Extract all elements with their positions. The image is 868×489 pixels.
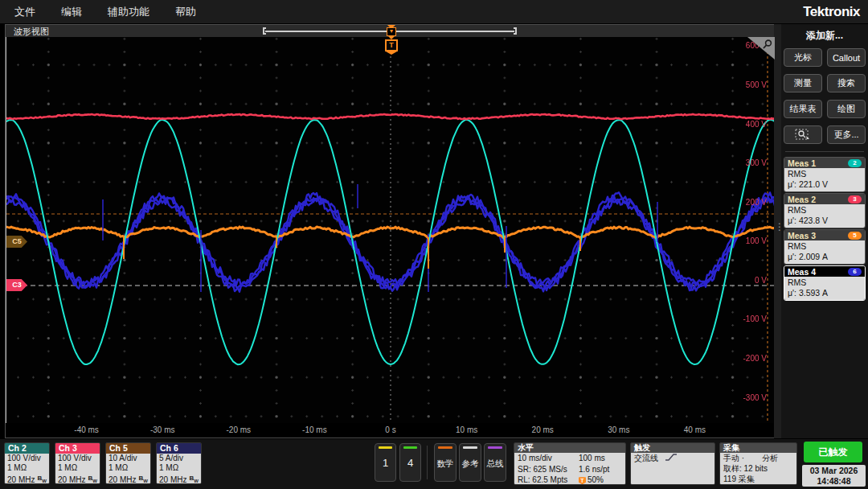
x-tick-label: -10 ms	[302, 425, 327, 434]
channel-bandwidth: 20 MHz	[108, 475, 136, 484]
menu-file[interactable]: 文件	[14, 5, 35, 19]
channel-badge-ch3[interactable]: Ch 3 100 V/div 1 MΩ 20 MHzBW	[55, 442, 100, 484]
horizontal-panel[interactable]: 水平 10 ms/div 100 ms SR: 625 MS/s 1.6 ns/…	[514, 442, 626, 485]
x-tick-label: -20 ms	[227, 425, 252, 434]
right-sidebar: 添加新... 光标 Callout 测量 搜索 结果表 绘图 更多... Mea…	[781, 24, 868, 438]
trigger-panel[interactable]: 触发 交流线	[630, 442, 715, 485]
channel-badge-ch6[interactable]: Ch 6 5 A/div 1 MΩ 20 MHzBW	[156, 442, 202, 484]
channel-1-color-stripe	[379, 446, 392, 449]
triggered-status-badge: 已触发	[804, 442, 862, 462]
magnifier-icon	[762, 39, 773, 50]
acquisition-sample-bits: 取样: 12 bits	[723, 463, 793, 474]
date-text: 03 Mar 2026	[802, 466, 866, 476]
source-channel-badge: 5	[848, 232, 862, 240]
math-label: 数学	[435, 458, 456, 470]
search-button[interactable]: 搜索	[827, 74, 866, 92]
measurement-badge-meas3[interactable]: Meas 3 5 RMS μ': 2.009 A	[784, 229, 866, 265]
channel-4-button[interactable]: 4	[399, 443, 421, 482]
graticule-area[interactable]: C5 C3 600 V500 V400 V300 V200 V100 V0 V-…	[6, 37, 776, 423]
horizontal-window: 100 ms	[579, 453, 622, 464]
x-axis-labels: -40 ms-30 ms-20 ms-10 ms0 s10 ms20 ms30 …	[6, 423, 775, 438]
acquisition-count: 119 采集	[723, 474, 793, 484]
x-tick-label: 0 s	[385, 425, 395, 434]
channel-scale: 100 V/div	[58, 454, 97, 463]
date-time-display: 03 Mar 2026 14:48:48	[802, 465, 866, 487]
app-root: 文件 编辑 辅助功能 帮助 Tektronix 波形视图 C5 C3	[0, 0, 868, 489]
channel-impedance: 1 MΩ	[159, 463, 199, 473]
channel-impedance: 1 MΩ	[108, 463, 148, 473]
bottom-settings-bar: Ch 2 100 V/div 1 MΩ 20 MHzBW Ch 3 100 V/…	[0, 439, 868, 489]
channel-1-button[interactable]: 1	[375, 443, 396, 482]
y-tick-label: 200 V	[719, 198, 767, 207]
acquisition-panel-title: 采集	[720, 443, 796, 453]
channel-scale: 100 V/div	[7, 454, 47, 463]
channel-bandwidth: 20 MHz	[7, 475, 35, 484]
y-tick-label: 500 V	[719, 80, 767, 89]
channel-1-label: 1	[375, 457, 395, 469]
bus-button[interactable]: 总线	[484, 443, 506, 482]
menu-utility[interactable]: 辅助功能	[108, 5, 149, 19]
measurement-title: Meas 3	[788, 231, 816, 240]
channel-bandwidth: 20 MHz	[159, 475, 186, 484]
measurement-type: RMS	[788, 205, 862, 216]
channel-name: Ch 2	[5, 443, 49, 454]
acquisition-panel[interactable]: 采集 手动 ·分析 取样: 12 bits 119 采集	[719, 442, 797, 485]
acquisition-analyze: 分析	[762, 453, 778, 463]
measure-button[interactable]: 测量	[784, 74, 822, 92]
bandwidth-limit-icon: BW	[88, 474, 97, 484]
channel-scale: 5 A/div	[159, 454, 199, 463]
trigger-position-percent: 50%	[588, 475, 604, 484]
time-text: 14:48:48	[802, 476, 866, 487]
waveform-view-window: 波形视图 C5 C3 600 V500 V400 V300 V200 V100 …	[5, 24, 775, 438]
channel-4-label: 4	[400, 457, 420, 469]
overview-right-bracket	[514, 27, 517, 35]
source-channel-badge: 3	[848, 195, 862, 203]
measurement-type: RMS	[788, 277, 862, 288]
math-button[interactable]: 数学	[434, 443, 457, 482]
channel-name: Ch 6	[157, 443, 201, 454]
y-tick-label: -100 V	[719, 314, 767, 323]
y-tick-label: 400 V	[719, 120, 767, 129]
bottom-bar-divider	[427, 446, 428, 479]
math-color-stripe	[438, 446, 452, 449]
plot-button[interactable]: 绘图	[827, 100, 866, 118]
bandwidth-limit-icon: BW	[190, 474, 199, 484]
acquisition-mode: 手动 ·	[723, 453, 744, 463]
waveform-canvas[interactable]	[6, 37, 775, 421]
trigger-indicator-flag[interactable]: T	[385, 39, 398, 51]
trigger-position-icon: T	[579, 477, 586, 484]
horizontal-scale: 10 ms/div	[518, 453, 579, 464]
measurement-title: Meas 4	[788, 267, 816, 277]
zoom-select-button[interactable]	[784, 125, 822, 144]
panel-splitter[interactable]: ⋮	[774, 24, 781, 438]
measurement-value: μ': 423.8 V	[788, 216, 862, 226]
measurement-value: μ': 221.0 V	[788, 179, 862, 190]
ref-label: 参考	[460, 458, 481, 470]
cursors-button[interactable]: 光标	[784, 48, 822, 67]
menu-edit[interactable]: 编辑	[61, 5, 82, 19]
measurement-badge-meas1[interactable]: Meas 1 2 RMS μ': 221.0 V	[784, 157, 866, 192]
results-table-button[interactable]: 结果表	[784, 100, 822, 118]
more-button[interactable]: 更多...	[827, 125, 866, 144]
measurement-value: μ': 2.009 A	[788, 252, 862, 262]
measurement-badge-meas2[interactable]: Meas 2 3 RMS μ': 423.8 V	[784, 193, 866, 228]
menu-help[interactable]: 帮助	[175, 5, 196, 19]
trigger-panel-title: 触发	[631, 443, 714, 453]
record-length: RL: 62.5 Mpts	[518, 475, 579, 485]
measurement-type: RMS	[788, 169, 862, 179]
measurement-value: μ': 3.593 A	[788, 288, 862, 298]
channel-scale: 10 A/div	[108, 454, 148, 463]
measurement-badge-meas4[interactable]: Meas 4 6 RMS μ': 3.593 A	[784, 265, 866, 301]
source-channel-badge: 6	[848, 268, 862, 276]
channel-badge-ch5[interactable]: Ch 5 10 A/div 1 MΩ 20 MHzBW	[105, 442, 151, 484]
channel-impedance: 1 MΩ	[58, 463, 97, 473]
ref-button[interactable]: 参考	[459, 443, 481, 482]
menu-bar: 文件 编辑 辅助功能 帮助 Tektronix	[0, 0, 868, 23]
bandwidth-limit-icon: BW	[139, 474, 148, 484]
x-tick-label: 40 ms	[684, 425, 706, 434]
trigger-flag-point	[386, 51, 397, 55]
channel-name: Ch 3	[55, 443, 100, 454]
callout-button[interactable]: Callout	[827, 48, 866, 67]
measurement-title: Meas 1	[788, 158, 816, 168]
channel-badge-ch2[interactable]: Ch 2 100 V/div 1 MΩ 20 MHzBW	[4, 442, 50, 484]
